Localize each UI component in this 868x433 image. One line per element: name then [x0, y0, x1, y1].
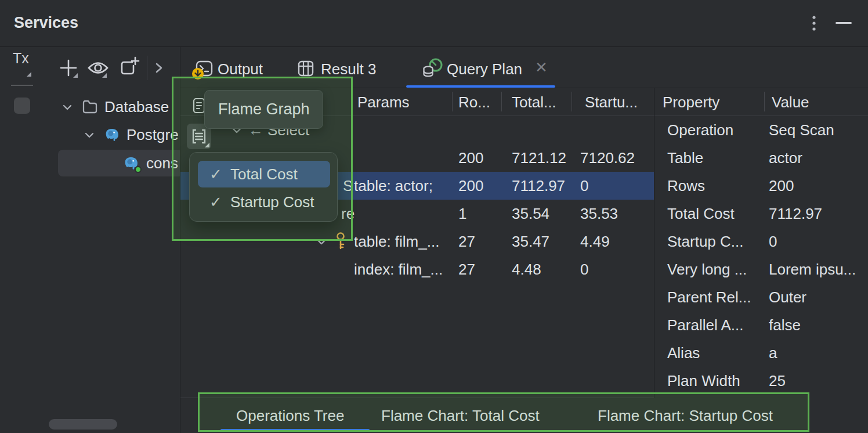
property-row: Aliasa — [654, 339, 868, 367]
property-row: Parent Rel...Outer — [654, 283, 868, 311]
cell-params: index: film_... — [354, 255, 443, 283]
property-row: Startup C...0 — [654, 228, 868, 255]
property-label: Very long ... — [667, 255, 747, 283]
column-header-startup: Startu... — [585, 88, 638, 116]
property-label: Parent Rel... — [667, 283, 751, 311]
column-header-value: Value — [772, 88, 809, 116]
cell-rows: 27 — [458, 228, 475, 255]
property-label: Total Cost — [667, 200, 735, 228]
property-value: actor — [769, 144, 802, 172]
tx-underline — [11, 85, 33, 86]
cell-rows: 1 — [458, 200, 466, 228]
property-value: 200 — [769, 172, 794, 200]
minimize-icon[interactable] — [836, 22, 852, 24]
add-dropdown-corner-icon — [73, 73, 78, 78]
services-tool-window: Services Tx Database — [0, 0, 868, 433]
tab-query-plan-label: Query Plan — [447, 51, 522, 87]
chevron-down-icon — [62, 102, 73, 113]
property-row: Plan Width25 — [654, 367, 868, 395]
property-row: Parallel A...false — [654, 311, 868, 339]
query-plan-icon — [422, 57, 444, 79]
property-label: Rows — [667, 172, 705, 200]
page-title: Services — [14, 14, 78, 32]
column-header-params: Params — [357, 88, 410, 116]
property-value: Outer — [769, 283, 806, 311]
open-in-new-tab-icon[interactable] — [118, 56, 140, 78]
header-tick — [572, 92, 572, 111]
property-value: a — [769, 339, 777, 367]
property-value: Seq Scan — [769, 116, 834, 144]
property-label: Table — [667, 144, 703, 172]
property-value: 25 — [769, 367, 786, 395]
header-tick — [764, 92, 765, 111]
kebab-menu-icon[interactable] — [810, 14, 818, 34]
annotation-highlight-box — [198, 392, 809, 432]
cell-total-cost: 35.54 — [512, 200, 549, 228]
column-header-rows: Ro... — [458, 88, 490, 116]
eye-dropdown-corner-icon — [102, 73, 107, 78]
header-tick — [501, 92, 502, 111]
cell-rows: 200 — [458, 172, 483, 200]
cell-startup-cost: 0 — [580, 255, 588, 283]
toolbar-separator — [147, 56, 147, 80]
property-row: Very long ...Lorem ipsu... — [654, 255, 868, 283]
header-tick — [452, 92, 453, 111]
property-label: Parallel A... — [667, 311, 744, 339]
property-label: Alias — [667, 339, 700, 367]
folder-icon — [82, 99, 98, 114]
close-tab-icon[interactable]: ✕ — [535, 59, 548, 77]
property-row: Tableactor — [654, 144, 868, 172]
cell-total-cost: 7121.12 — [512, 144, 566, 172]
property-label: Plan Width — [667, 367, 740, 395]
cell-startup-cost: 35.53 — [580, 200, 618, 228]
cell-total-cost: 35.47 — [512, 228, 549, 255]
chevron-right-icon[interactable] — [153, 62, 165, 74]
column-header-total: Total... — [512, 88, 556, 116]
cell-params: table: film_... — [354, 228, 439, 255]
plan-row[interactable]: index: film_... 27 4.48 0 — [0, 255, 654, 283]
annotation-highlight-box — [172, 77, 353, 241]
cell-startup-cost: 7120.62 — [580, 144, 635, 172]
property-row: Rows200 — [654, 172, 868, 200]
property-label: Operation — [667, 116, 733, 144]
cell-params: table: actor; — [354, 172, 433, 200]
property-value: 0 — [769, 228, 777, 255]
tx-dropdown-corner-icon — [27, 72, 31, 77]
property-label: Startup C... — [667, 228, 744, 255]
horizontal-scrollbar-thumb[interactable] — [49, 419, 117, 430]
property-value: 7112.97 — [769, 200, 822, 228]
cell-total-cost: 4.48 — [512, 255, 541, 283]
property-row: OperationSeq Scan — [654, 116, 868, 144]
cell-startup-cost: 0 — [580, 172, 588, 200]
cell-rows: 200 — [458, 144, 483, 172]
cell-startup-cost: 4.49 — [580, 228, 610, 255]
tab-query-plan[interactable]: Query Plan ✕ — [419, 56, 552, 85]
table-grid-icon — [297, 60, 314, 77]
property-value: false — [769, 311, 801, 339]
property-row: Total Cost7112.97 — [654, 200, 868, 228]
transaction-mode-button[interactable]: Tx — [13, 50, 29, 67]
cell-total-cost: 7112.97 — [512, 172, 565, 200]
property-value: Lorem ipsu... — [769, 255, 856, 283]
column-header-property: Property — [663, 88, 719, 116]
cell-rows: 27 — [458, 255, 475, 283]
